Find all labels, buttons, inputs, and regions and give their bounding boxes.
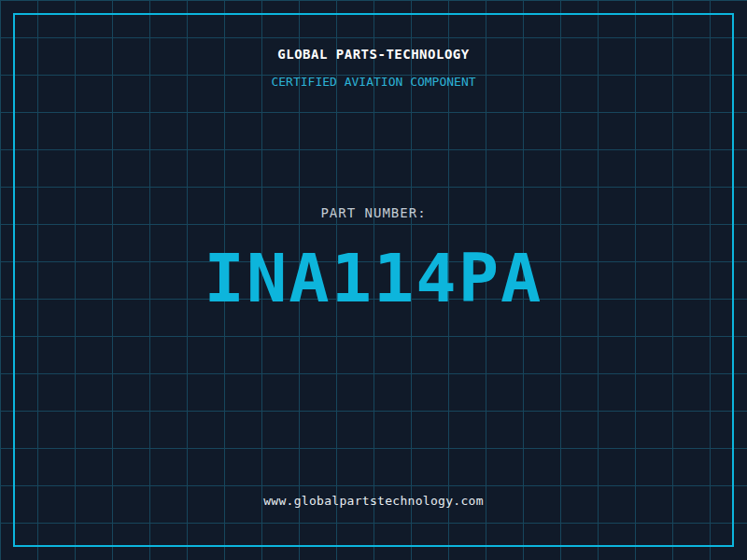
company-name: GLOBAL PARTS-TECHNOLOGY: [0, 48, 747, 61]
website-url: www.globalpartstechnology.com: [0, 495, 747, 507]
part-label-card: GLOBAL PARTS-TECHNOLOGY CERTIFIED AVIATI…: [0, 0, 747, 560]
part-number-value: INA114PA: [0, 245, 747, 312]
part-number-label: PART NUMBER:: [0, 206, 747, 219]
certification-tagline: CERTIFIED AVIATION COMPONENT: [0, 76, 747, 88]
